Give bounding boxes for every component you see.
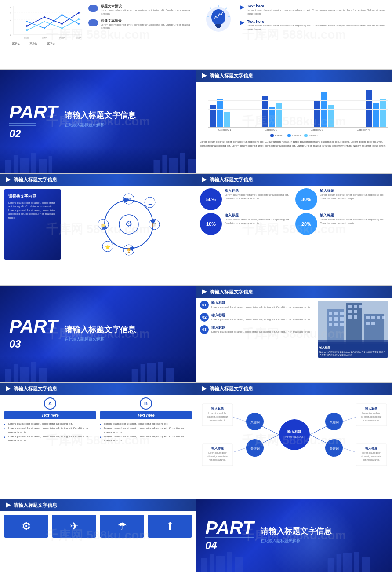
legend-series3: 系列3 <box>40 42 55 46</box>
svg-text:📁: 📁 <box>101 222 106 228</box>
left-box-title: 请替换文字内容 <box>8 194 57 199</box>
svg-text:⚙: ⚙ <box>125 220 132 228</box>
num-list: 01 输入标题 Lorem ipsum dolor sit amet, cons… <box>200 301 314 358</box>
col-a-bullets: Lorem ipsum dolor sit amet, consectetur … <box>4 422 96 443</box>
text-right-1: ▶ Text here Lorem ipsum dolor sit amet, … <box>240 4 387 16</box>
icon-card-upload: ⬆ <box>148 515 192 538</box>
legend-series1: 系列1 <box>5 42 20 46</box>
svg-point-21 <box>78 23 80 25</box>
lorem-2: Lorem ipsum dolor sit amet, consectetur … <box>247 24 387 31</box>
col-a: A Text here Lorem ipsum dolor sit amet, … <box>4 397 96 443</box>
bar-4-s3 <box>380 99 386 127</box>
svg-text:sit amet, consectetur: sit amet, consectetur <box>361 455 381 458</box>
bullet-b-2: Lorem ipsum dolor sit amet, consectetur … <box>100 426 192 435</box>
bar-4-s2 <box>373 103 379 127</box>
pct-circle-4: 20% <box>295 213 317 235</box>
svg-text:☰: ☰ <box>148 201 152 205</box>
svg-text:2: 2 <box>10 18 11 21</box>
svg-rect-75 <box>334 312 338 315</box>
bar-2-s3 <box>276 103 282 127</box>
svg-text:1: 1 <box>10 25 11 28</box>
num-item-1: 01 输入标题 Lorem ipsum dolor sit amet, cons… <box>200 301 314 309</box>
svg-point-18 <box>26 21 28 22</box>
text-items: 标题文本预设 Lorem ipsum dolor sit amet, conse… <box>88 4 191 30</box>
icon-card-plane: ✈ <box>52 515 96 538</box>
mindmap-inner: 输入标题 INPUT HEADER 关键词 关键词 关键词 关键词 输入标题 <box>196 395 392 477</box>
num-badge-1: 01 <box>200 301 209 309</box>
svg-rect-29 <box>216 26 221 27</box>
bullet-a-2: Lorem ipsum dolor sit amet, consectetur … <box>4 426 96 435</box>
building-image: 输入标题 输入人文内容来充实文章输入人文内容输入人文内容来充实文章输入人文相关内… <box>318 301 388 358</box>
bullet-a-1: Lorem ipsum dolor sit amet, consectetur … <box>4 422 96 426</box>
arrow-icon-2: ▶ <box>240 19 244 26</box>
svg-text:🏆: 🏆 <box>126 248 132 253</box>
svg-rect-86 <box>359 305 362 308</box>
pct-title-3: 输入标题 <box>225 213 293 218</box>
part-title-4: 请输入标题文字信息 <box>261 526 332 536</box>
part-label: PART <box>9 103 58 121</box>
svg-rect-87 <box>348 310 352 313</box>
pct-title-2: 输入标题 <box>320 188 388 193</box>
text-item-2: 标题文本预设 Lorem ipsum dolor sit amet, conse… <box>88 18 191 30</box>
text-item-1: 标题文本预设 Lorem ipsum dolor sit amet, conse… <box>88 4 191 16</box>
slide-1: 0 1 2 3 4 类别1 类别2 类别3 类别4 <box>0 0 196 70</box>
bullet-b-1: Lorem ipsum dolor sit amet, consectetur … <box>100 422 192 426</box>
part-subtitle: 在此输入副标题来解释 <box>65 122 136 128</box>
text-desc-1: Lorem ipsum dolor sit amet, consectetur … <box>101 9 191 16</box>
svg-text:sit amet, consectetur: sit amet, consectetur <box>207 455 228 458</box>
plane-icon: ✈ <box>70 520 79 532</box>
num-content-1: 输入标题 Lorem ipsum dolor sit amet, consect… <box>211 301 310 309</box>
svg-line-117 <box>343 448 356 452</box>
svg-text:non massa turpis.: non massa turpis. <box>209 458 226 461</box>
cloud-icon-1 <box>88 5 98 12</box>
circular-diagram: ⚙ ✉ 📋 🏆 📁 <box>65 189 192 260</box>
slide-8-header: 请输入标题文字信息 <box>196 286 392 298</box>
col-b-bullets: Lorem ipsum dolor sit amet, consectetur … <box>100 422 192 443</box>
svg-point-14 <box>26 25 28 27</box>
letter-b: B <box>140 397 152 410</box>
num-badge-2: 02 <box>200 313 209 322</box>
bar-1-s3 <box>224 112 230 127</box>
num-item-3: 03 输入标题 Lorem ipsum dolor sit amet, cons… <box>200 325 314 334</box>
building-caption: 输入标题 输入人文内容来充实文章输入人文内容输入人文内容来充实文章输入人文相关内… <box>318 344 388 358</box>
svg-rect-97 <box>371 322 375 325</box>
bar-group-4 <box>366 90 386 127</box>
slide-1-content: 0 1 2 3 4 类别1 类别2 类别3 类别4 <box>0 0 196 47</box>
upload-icon: ⬆ <box>166 520 174 532</box>
part-title-3: 请输入标题文字信息 <box>65 324 136 335</box>
col-b: B Text here Lorem ipsum dolor sit amet, … <box>100 397 192 443</box>
svg-text:✉: ✉ <box>127 197 131 202</box>
svg-rect-93 <box>371 316 375 319</box>
svg-text:⭐: ⭐ <box>105 244 111 250</box>
slide-5-circular: 请输入标题文字信息 请替换文字内容 Lorem ipsum dolor sit … <box>0 173 196 286</box>
slide-6-pct: 请输入标题文字信息 50% 输入标题 Lorem ipsum dolor sit… <box>196 173 392 286</box>
cloud-icon-2 <box>88 19 98 26</box>
pct-circle-2: 30% <box>295 188 317 210</box>
left-box-desc: Lorem ipsum dolor sit amet, consectetur … <box>8 201 57 220</box>
mindmap-svg: 输入标题 INPUT HEADER 关键词 关键词 关键词 关键词 输入标题 <box>200 397 389 472</box>
svg-text:Lorem ipsum dolor: Lorem ipsum dolor <box>208 451 227 454</box>
num-title-3: 输入标题 <box>211 325 310 330</box>
svg-point-23 <box>44 21 45 22</box>
img-caption-desc: 输入人文内容来充实文章输入人文内容输入人文内容来充实文章输入人文相关内容来充实文… <box>319 351 386 356</box>
svg-text:Lorem ipsum dolor: Lorem ipsum dolor <box>208 412 227 414</box>
svg-rect-96 <box>366 322 370 325</box>
slide-6-header: 请输入标题文字信息 <box>196 174 392 186</box>
svg-point-99 <box>279 419 310 450</box>
svg-line-34 <box>210 8 211 9</box>
pct-circle-1: 50% <box>200 188 222 210</box>
part-divider-line: 02 <box>9 125 36 140</box>
bar-2-s2 <box>269 107 275 127</box>
slide-11-title: 请输入标题文字信息 <box>14 502 57 509</box>
left-text-box: 请替换文字内容 Lorem ipsum dolor sit amet, cons… <box>4 189 61 260</box>
part-label-4: PART <box>205 519 254 537</box>
svg-text:non massa turpis.: non massa turpis. <box>363 419 380 422</box>
slide-3-part02: PART 02 请输入标题文字信息 在此输入副标题来解释 千库网 588ku.c… <box>0 70 196 174</box>
svg-text:INPUT HEADER: INPUT HEADER <box>285 436 305 438</box>
lorem-1: Lorem ipsum dolor sit amet, consectetur … <box>247 8 387 16</box>
svg-rect-28 <box>215 24 221 26</box>
svg-text:non massa turpis.: non massa turpis. <box>209 419 226 422</box>
numbered-inner: 01 输入标题 Lorem ipsum dolor sit amet, cons… <box>196 298 392 360</box>
svg-rect-90 <box>354 315 357 319</box>
slide-4-header: 请输入标题文字信息 <box>196 70 392 82</box>
